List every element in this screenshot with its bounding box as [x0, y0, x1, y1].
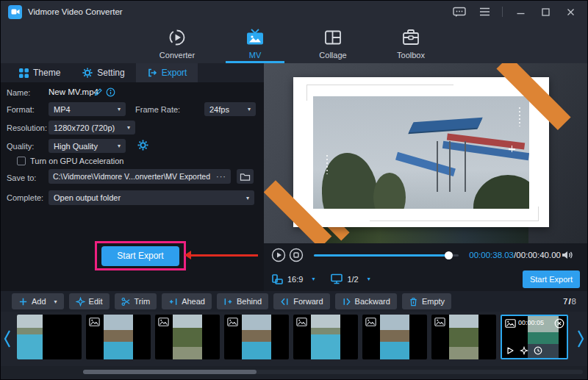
quality-settings-gear-icon[interactable]	[137, 140, 148, 151]
preview-clip-icon[interactable]	[506, 346, 514, 355]
slider-handle[interactable]	[445, 251, 453, 259]
timeline-clip-7[interactable]	[431, 315, 496, 359]
progress-slider[interactable]	[314, 251, 459, 259]
stop-button[interactable]	[289, 248, 304, 262]
caret-down-icon: ▾	[248, 106, 251, 112]
timeline-clip-2[interactable]	[86, 315, 151, 359]
timeline-clip-1[interactable]	[17, 315, 82, 359]
tab-converter[interactable]: Converter	[150, 23, 204, 63]
minimize-button[interactable]	[511, 4, 530, 20]
tab-mv[interactable]: MV	[228, 23, 282, 63]
page-select[interactable]: 1/2 ▾	[331, 273, 370, 284]
aspect-ratio-value: 16:9	[287, 275, 303, 284]
trim-button[interactable]: Trim	[115, 293, 157, 309]
tab-toolbox[interactable]: Toolbox	[384, 23, 438, 63]
ahead-button[interactable]: Ahead	[162, 293, 212, 309]
complete-label: Complete:	[7, 193, 43, 202]
volume-icon[interactable]	[561, 250, 574, 260]
clip-photo	[313, 96, 529, 209]
save-path-value: C:\Vidmore\Vidmore V...onverter\MV Expor…	[53, 172, 212, 181]
app-window: Vidmore Video Converter Converter	[0, 0, 588, 380]
caret-down-icon: ▾	[368, 276, 370, 282]
converter-icon	[168, 28, 187, 47]
slide-roof	[409, 118, 483, 132]
play-button[interactable]	[271, 248, 286, 262]
caret-down-icon: ▾	[312, 276, 315, 282]
edit-button[interactable]: Edit	[69, 293, 110, 309]
quality-value: High Quality	[54, 142, 98, 151]
feedback-icon[interactable]	[450, 4, 469, 20]
image-placeholder-icon	[227, 318, 238, 326]
backward-button[interactable]: Backward	[335, 293, 397, 309]
empty-button[interactable]: Empty	[402, 293, 451, 309]
complete-select[interactable]: Open output folder ▾	[49, 190, 254, 205]
app-logo-icon	[8, 5, 22, 19]
tab-label: Converter	[159, 51, 195, 60]
save-to-label: Save to:	[7, 173, 36, 182]
toolbox-icon	[401, 28, 420, 47]
page-indicator: 1/2	[347, 275, 358, 284]
scaffold	[449, 141, 451, 192]
gpu-acceleration-checkbox[interactable]	[17, 157, 26, 165]
edit-clip-icon[interactable]	[520, 346, 528, 355]
button-label: Forward	[293, 297, 323, 306]
video-preview	[264, 63, 587, 243]
timeline-clip-4[interactable]	[224, 315, 289, 359]
clip-thumbnail	[242, 315, 271, 359]
horizontal-scrollbar-track[interactable]	[83, 370, 583, 374]
panel-tabs: Theme Setting Export	[1, 63, 264, 82]
resolution-select[interactable]: 1280x720 (720p) ▾	[49, 121, 135, 135]
frame-rate-select[interactable]: 24fps ▾	[204, 102, 256, 116]
timeline-clip-selected[interactable]: 00:00:05	[501, 315, 568, 359]
theme-card	[293, 77, 549, 227]
clip-duration: 00:00:05	[518, 319, 544, 326]
menu-icon[interactable]	[475, 4, 494, 20]
open-folder-button[interactable]	[237, 169, 254, 184]
start-export-button-preview[interactable]: Start Export	[523, 270, 580, 288]
tab-export[interactable]: Export	[136, 63, 198, 82]
start-export-button[interactable]: Start Export	[101, 246, 179, 266]
timeline-clip-3[interactable]	[155, 315, 220, 359]
main-nav: Converter MV Collage Toolbox	[1, 23, 587, 63]
caret-down-icon: ▾	[127, 124, 130, 131]
horizontal-scrollbar-thumb[interactable]	[83, 370, 257, 374]
add-button[interactable]: Add ▾	[12, 293, 64, 309]
rename-pencil-icon[interactable]	[93, 87, 103, 97]
image-placeholder-icon	[158, 318, 169, 326]
timeline-clip-5[interactable]	[293, 315, 358, 359]
info-icon[interactable]	[106, 87, 115, 97]
deco-dashes	[519, 107, 520, 126]
caret-down-icon: ▾	[118, 143, 121, 149]
tab-theme[interactable]: Theme	[8, 63, 71, 82]
format-select[interactable]: MP4 ▾	[49, 102, 126, 116]
browse-button[interactable]: ···	[212, 172, 226, 181]
collage-icon	[323, 28, 343, 47]
forward-button[interactable]: Forward	[273, 293, 329, 309]
save-path-field[interactable]: C:\Vidmore\Vidmore V...onverter\MV Expor…	[49, 169, 231, 184]
timeline-items: 00:00:05	[17, 315, 568, 359]
close-button[interactable]	[561, 4, 580, 20]
behind-button[interactable]: Behind	[217, 293, 268, 309]
clip-toolbar: Add ▾ Edit Trim Ahead Behind Forward Bac…	[1, 291, 587, 312]
titlebar: Vidmore Video Converter	[1, 1, 587, 23]
clip-counter: 7/8	[563, 297, 576, 306]
scroll-right-chevron-icon[interactable]	[576, 329, 585, 348]
quality-select[interactable]: High Quality ▾	[49, 139, 126, 153]
remove-clip-icon[interactable]	[554, 318, 564, 329]
button-label: Edit	[89, 297, 103, 306]
clip-thumbnail	[104, 315, 133, 359]
clip-thumbnail	[380, 315, 409, 359]
aspect-ratio-select[interactable]: 16:9 ▾	[271, 273, 315, 285]
frame-rate-value: 24fps	[209, 105, 229, 114]
duration-clock-icon[interactable]	[534, 346, 542, 355]
name-label: Name:	[7, 88, 30, 97]
button-label: Trim	[135, 297, 151, 306]
caret-down-icon: ▾	[54, 298, 57, 305]
scroll-left-chevron-icon[interactable]	[3, 329, 12, 348]
gpu-acceleration-label: Turn on GPU Acceleration	[30, 157, 123, 165]
tab-collage[interactable]: Collage	[306, 23, 360, 63]
tab-label: MV	[249, 51, 262, 60]
maximize-button[interactable]	[536, 4, 555, 20]
tab-setting[interactable]: Setting	[71, 63, 135, 82]
timeline-clip-6[interactable]	[362, 315, 427, 359]
